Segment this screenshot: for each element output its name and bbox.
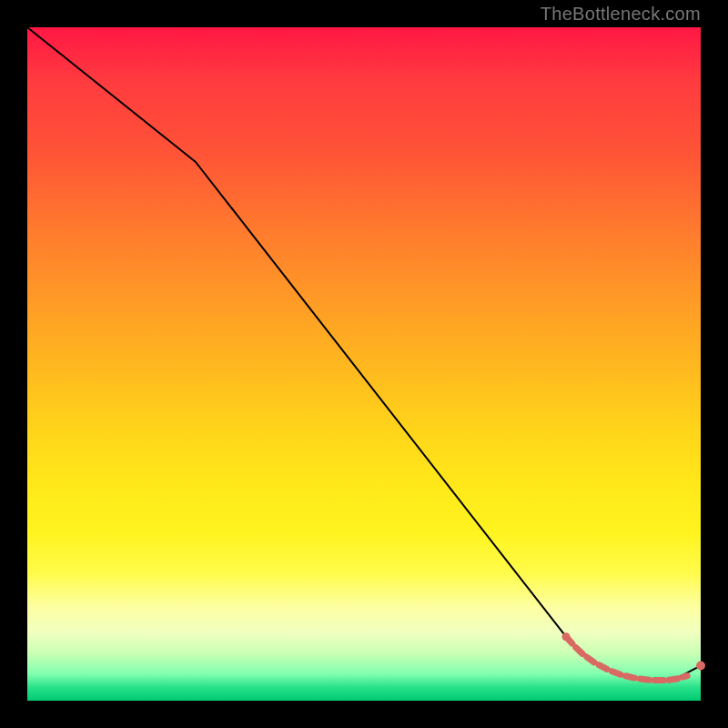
svg-line-3 — [599, 665, 607, 670]
svg-line-1 — [576, 648, 582, 654]
svg-line-5 — [626, 676, 635, 678]
main-curve-line — [27, 27, 701, 681]
svg-line-8 — [669, 679, 678, 681]
svg-point-11 — [696, 662, 705, 671]
watermark-text: TheBottleneck.com — [541, 4, 701, 25]
svg-line-6 — [640, 679, 649, 680]
svg-line-2 — [587, 657, 594, 662]
svg-line-4 — [612, 672, 621, 675]
svg-line-9 — [683, 676, 687, 677]
end-marker — [696, 662, 705, 671]
lower-dotted-line — [562, 632, 688, 680]
chart-frame: TheBottleneck.com — [0, 0, 728, 728]
chart-overlay — [27, 27, 701, 701]
svg-point-10 — [562, 632, 571, 641]
